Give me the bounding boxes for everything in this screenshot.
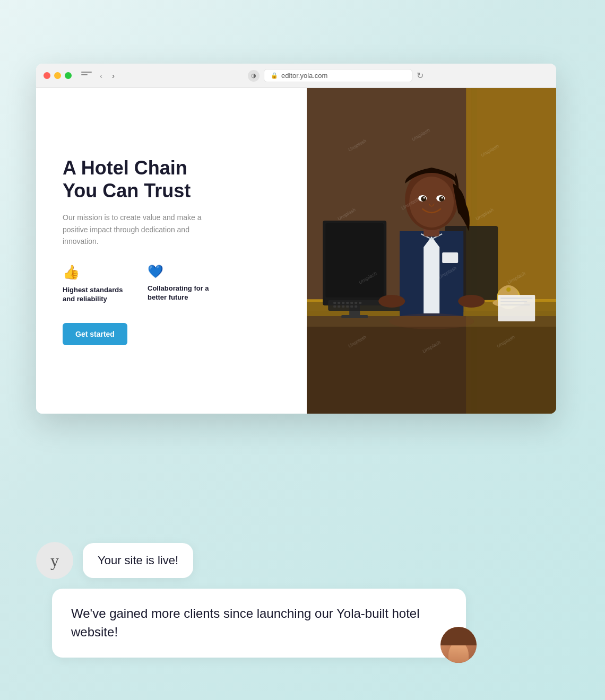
svg-point-42	[439, 196, 444, 202]
svg-rect-23	[338, 305, 340, 308]
feature-icons: 👍 Highest standards and reliability 💙 Co…	[63, 264, 280, 304]
hotel-image: Unsplash Unsplash Unsplash Unsplash Unsp…	[307, 88, 556, 414]
chat-row-2: We've gained more clients since launchin…	[36, 589, 514, 658]
svg-rect-35	[442, 252, 458, 263]
svg-rect-26	[350, 305, 353, 308]
hero-left: A Hotel Chain You Can Trust Our mission …	[36, 88, 307, 414]
svg-rect-22	[333, 305, 336, 308]
feature-item-2: 💙 Collaborating for a better future	[148, 264, 211, 304]
svg-rect-24	[342, 305, 344, 308]
svg-rect-10	[325, 223, 384, 298]
svg-point-45	[378, 295, 405, 308]
svg-point-44	[441, 197, 443, 199]
user-avatar	[440, 627, 477, 663]
thumbs-up-icon: 👍	[63, 264, 126, 281]
svg-rect-27	[355, 305, 357, 308]
svg-rect-15	[333, 302, 336, 304]
svg-rect-49	[500, 298, 532, 299]
chat-section: y Your site is live! We've gained more c…	[36, 542, 514, 658]
browser-controls	[81, 72, 92, 80]
svg-rect-21	[359, 302, 361, 304]
hero-title: A Hotel Chain You Can Trust	[63, 156, 280, 202]
feature-item-1: 👍 Highest standards and reliability	[63, 264, 126, 304]
close-button[interactable]	[44, 72, 50, 79]
address-bar[interactable]: 🔒 editor.yola.com	[264, 69, 412, 82]
svg-rect-50	[500, 301, 527, 302]
svg-rect-18	[346, 302, 349, 304]
yola-avatar: y	[36, 542, 73, 579]
feature-1-label: Highest standards and reliability	[63, 286, 126, 304]
maximize-button[interactable]	[65, 72, 72, 79]
chat-row-1: y Your site is live!	[36, 542, 514, 579]
svg-point-43	[423, 197, 425, 199]
forward-arrow-icon[interactable]: ›	[110, 70, 116, 81]
svg-rect-20	[355, 302, 357, 304]
heart-icon: 💙	[148, 264, 211, 279]
address-bar-container: ◑ 🔒 editor.yola.com ↻	[123, 69, 549, 82]
svg-point-31	[506, 287, 511, 292]
theme-icon: ◑	[248, 70, 260, 82]
chat-bubble-testimonial: We've gained more clients since launchin…	[52, 589, 466, 658]
sidebar-toggle-icon[interactable]	[81, 72, 92, 80]
hero-right: Unsplash Unsplash Unsplash Unsplash Unsp…	[307, 88, 556, 414]
lock-icon: 🔒	[271, 72, 278, 79]
svg-rect-51	[500, 304, 530, 305]
user-face	[440, 627, 477, 663]
svg-point-46	[458, 295, 485, 308]
face-hair	[440, 627, 477, 645]
minimize-button[interactable]	[54, 72, 61, 79]
feature-2-label: Collaborating for a better future	[148, 284, 211, 302]
get-started-button[interactable]: Get started	[63, 323, 127, 345]
reload-icon[interactable]: ↻	[417, 71, 424, 81]
hotel-scene-svg: Unsplash Unsplash Unsplash Unsplash Unsp…	[307, 88, 556, 414]
chat-bubble-live: Your site is live!	[83, 543, 193, 578]
svg-rect-12	[341, 315, 368, 318]
hero-description: Our mission is to create value and make …	[63, 212, 222, 247]
svg-point-47	[389, 313, 474, 329]
browser-window: ‹ › ◑ 🔒 editor.yola.com ↻ A Hotel Chain …	[36, 64, 556, 414]
svg-rect-19	[350, 302, 353, 304]
traffic-lights	[44, 72, 72, 79]
svg-point-41	[421, 196, 426, 202]
url-text: editor.yola.com	[281, 72, 327, 80]
browser-content: A Hotel Chain You Can Trust Our mission …	[36, 88, 556, 414]
browser-toolbar: ‹ › ◑ 🔒 editor.yola.com ↻	[36, 64, 556, 88]
svg-rect-17	[342, 302, 344, 304]
back-arrow-icon[interactable]: ‹	[98, 70, 104, 81]
svg-rect-25	[346, 305, 349, 308]
svg-rect-16	[338, 302, 340, 304]
